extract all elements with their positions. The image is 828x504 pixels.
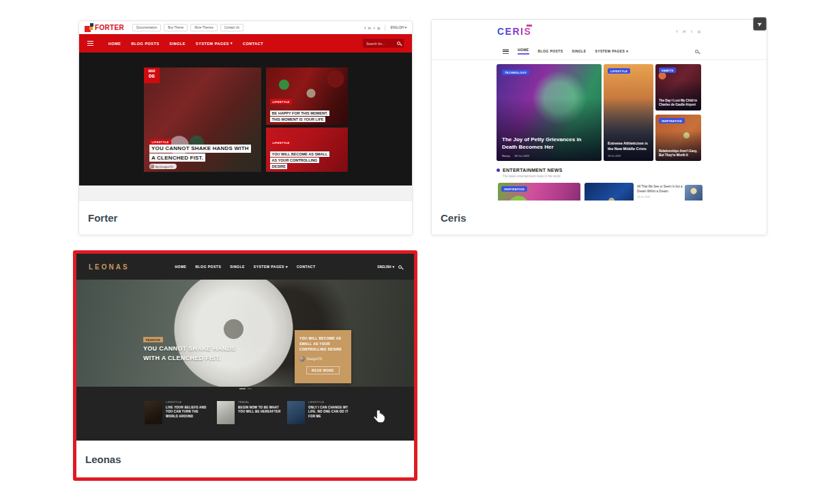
- instagram-icon[interactable]: ◎: [698, 29, 700, 33]
- post-title: Extreme Athleticism is the New Middle Cr…: [608, 141, 649, 151]
- post-date-badge: MAR 06: [144, 68, 160, 83]
- hero-image-paper-fan: [171, 280, 297, 387]
- leonas-nav-system-pages[interactable]: SYSTEM PAGES ▾: [254, 265, 288, 269]
- ceris-post-4[interactable]: INSPIRATION Relationships Aren't Easy, B…: [655, 115, 701, 161]
- forter-language-selector[interactable]: ENGLISH ▾: [390, 26, 406, 29]
- post-title: All That We See or Seem Is but a Dream W…: [637, 185, 685, 194]
- search-icon[interactable]: [398, 265, 402, 269]
- avatar: [150, 164, 154, 168]
- leonas-nav-home[interactable]: HOME: [175, 265, 186, 269]
- post-title: Relationships Aren't Easy, But They're W…: [659, 149, 698, 158]
- ceris-nav-single[interactable]: SINGLE: [572, 48, 586, 55]
- linkedin-icon[interactable]: in: [683, 29, 685, 33]
- ceris-post-grid: TECHNOLOGY The Joy of Petty Grievances i…: [432, 64, 767, 161]
- ceris-section-header: ENTERTAINMENT NEWS The latest entertainm…: [432, 168, 767, 178]
- carousel-dash[interactable]: [248, 388, 252, 389]
- forter-nav-blog-posts[interactable]: BLOG POSTS: [132, 42, 160, 46]
- forter-nav-contact[interactable]: CONTACT: [243, 42, 263, 46]
- hero-title[interactable]: YOU CANNOT SHAKE HANDS WITH A CLENCHED F…: [143, 344, 236, 364]
- theme-name-ceris: Ceris: [432, 201, 767, 235]
- article-category: LIFESTYLE: [166, 401, 211, 404]
- forter-search-input[interactable]: Search for...: [363, 39, 404, 48]
- hamburger-menu-icon[interactable]: [503, 49, 509, 54]
- carousel-dash-active[interactable]: [239, 388, 246, 389]
- article-category: LIFESTYLE: [308, 401, 353, 404]
- article-title: BEGIN NOW TO BE WHAT YOU WILL BE HEREAFT…: [238, 406, 283, 415]
- list-item[interactable]: TRAVEL BEGIN NOW TO BE WHAT YOU WILL BE …: [217, 401, 283, 424]
- post-category-tag[interactable]: HABITS: [659, 68, 676, 73]
- post-category-tag[interactable]: TECHNOLOGY: [502, 70, 529, 75]
- ceris-bottom-post-1[interactable]: INSPIRATION: [498, 183, 580, 202]
- post-date: 18 Oct 2019: [637, 196, 685, 198]
- theme-name-forter: Forter: [79, 201, 412, 235]
- forter-logo-icon: [85, 23, 93, 32]
- forter-post-3[interactable]: LIFESTYLE YOU WILL BECOME AS SMALL AS YO…: [266, 128, 348, 172]
- ceris-post-2[interactable]: LIFESTYLE Extreme Athleticism is the New…: [604, 64, 653, 161]
- post-title[interactable]: BE HAPPY FOR THIS MOMENT. THIS MOMENT IS…: [270, 110, 329, 122]
- leonas-language-selector[interactable]: ENGLISH ▾: [377, 265, 394, 269]
- facebook-icon[interactable]: f: [677, 29, 677, 33]
- post-category-tag[interactable]: INSPIRATION: [501, 186, 527, 192]
- leonas-nav-contact[interactable]: CONTACT: [297, 265, 316, 269]
- forter-nav-single[interactable]: SINGLE: [170, 42, 186, 46]
- post-author: DesignsTD: [299, 356, 346, 361]
- theme-card-ceris[interactable]: CERIS f in t ◎ HOME BLOG POSTS SINGLE SY…: [431, 19, 767, 235]
- search-icon[interactable]: [397, 42, 400, 45]
- ceris-logo[interactable]: CERIS: [497, 26, 531, 37]
- post-category-tag[interactable]: FASHION: [143, 337, 163, 342]
- leonas-logo[interactable]: LEONAS: [89, 263, 130, 271]
- ceris-featured-post[interactable]: TECHNOLOGY The Joy of Petty Grievances i…: [497, 64, 602, 161]
- leonas-nav-single[interactable]: SINGLE: [230, 265, 245, 269]
- panel-toggle-button[interactable]: ➤: [753, 17, 767, 31]
- post-date: 18 Oct 2019: [608, 155, 621, 158]
- facebook-icon[interactable]: f: [364, 26, 365, 30]
- forter-nav-home[interactable]: HOME: [108, 42, 121, 46]
- forter-post-2[interactable]: LIFESTYLE BE HAPPY FOR THIS MOMENT. THIS…: [266, 68, 348, 125]
- ceris-nav-system-pages[interactable]: SYSTEM PAGES ▾: [595, 48, 628, 55]
- instagram-icon[interactable]: ◎: [377, 26, 380, 30]
- twitter-icon[interactable]: t: [374, 26, 374, 30]
- search-icon[interactable]: [695, 50, 698, 53]
- ceris-bottom-thumb[interactable]: [685, 185, 703, 202]
- chevron-down-icon: ▾: [392, 265, 394, 269]
- ceris-bottom-row: INSPIRATION All That We See or Seem Is b…: [432, 183, 767, 202]
- forter-logo[interactable]: FORTER: [95, 24, 124, 31]
- forter-footer-strip: [79, 186, 412, 201]
- ceris-nav-home[interactable]: HOME: [518, 48, 529, 55]
- ceris-navbar: HOME BLOG POSTS SINGLE SYSTEM PAGES ▾: [432, 43, 767, 60]
- post-category-tag[interactable]: LIFESTYLE: [608, 68, 630, 74]
- twitter-icon[interactable]: t: [691, 29, 692, 33]
- section-subtitle: The latest entertainment news in the wor…: [503, 175, 767, 178]
- list-item[interactable]: LIFESTYLE ONLY I CAN CHANGE MY LIFE. NO …: [287, 401, 353, 424]
- carousel-indicator[interactable]: [239, 388, 252, 389]
- leonas-side-card[interactable]: YOU WILL BECOME AS SMALL AS YOUR CONTROL…: [295, 330, 351, 383]
- chevron-down-icon: ▾: [286, 265, 288, 269]
- section-bullet-icon: [497, 168, 500, 172]
- forter-navbar: HOME BLOG POSTS SINGLE SYSTEM PAGES ▾ CO…: [79, 34, 412, 53]
- post-category-tag[interactable]: INSPIRATION: [659, 118, 685, 123]
- forter-featured-post[interactable]: MAR 06 LIFESTYLE YOU CANNOT SHAKE HANDS …: [144, 68, 261, 172]
- list-item[interactable]: LIFESTYLE LIVE YOUR BELIEFS AND YOU CAN …: [145, 401, 211, 424]
- ceris-nav-blog-posts[interactable]: BLOG POSTS: [538, 48, 563, 55]
- post-title[interactable]: YOU CANNOT SHAKE HANDS WITH A CLENCHED F…: [149, 143, 251, 162]
- ceris-bottom-post-3[interactable]: All That We See or Seem Is but a Dream W…: [637, 185, 685, 198]
- ceris-bottom-post-2[interactable]: [585, 183, 634, 202]
- forter-link-contact-us[interactable]: Contact Us: [220, 24, 243, 31]
- linkedin-icon[interactable]: in: [368, 26, 371, 30]
- article-category: TRAVEL: [238, 401, 283, 404]
- post-author[interactable]: By DesignsTD: [149, 164, 177, 169]
- theme-card-leonas-selected[interactable]: LEONAS HOME BLOG POSTS SINGLE SYSTEM PAG…: [73, 250, 417, 481]
- theme-card-forter[interactable]: FORTER Documentation Buy Theme More Them…: [78, 20, 413, 235]
- read-more-button[interactable]: READ MORE: [306, 366, 340, 374]
- leonas-nav-blog-posts[interactable]: BLOG POSTS: [195, 265, 221, 269]
- forter-nav-system-pages[interactable]: SYSTEM PAGES ▾: [196, 42, 233, 46]
- hamburger-menu-icon[interactable]: [87, 41, 93, 46]
- ceris-post-3[interactable]: HABITS The Day I Lost My Child in Charle…: [655, 64, 701, 110]
- forter-link-buy-theme[interactable]: Buy Theme: [164, 24, 188, 31]
- post-category-tag[interactable]: LIFESTYLE: [270, 140, 292, 145]
- post-category-tag[interactable]: LIFESTYLE: [270, 99, 292, 104]
- forter-link-more-themes[interactable]: More Themes: [190, 24, 218, 31]
- post-title[interactable]: YOU WILL BECOME AS SMALL AS YOUR CONTROL…: [270, 151, 329, 169]
- forter-link-documentation[interactable]: Documentation: [132, 24, 161, 31]
- article-title: LIVE YOUR BELIEFS AND YOU CAN TURN THE W…: [166, 406, 211, 420]
